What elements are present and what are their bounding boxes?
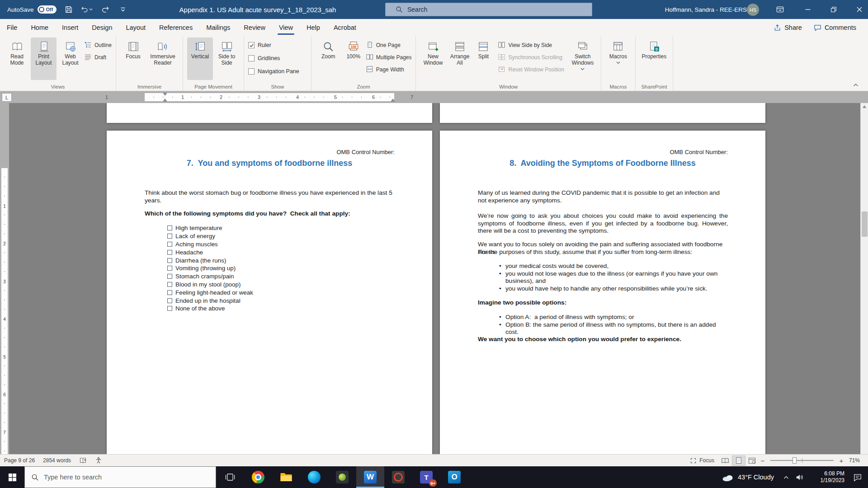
- web-layout-view-button[interactable]: [745, 455, 759, 466]
- zoom-button[interactable]: Zoom: [316, 38, 341, 80]
- multiple-pages-button[interactable]: Multiple Pages: [366, 53, 412, 61]
- save-button[interactable]: [63, 3, 75, 16]
- read-mode-button[interactable]: Read Mode: [4, 38, 30, 80]
- action-center-button[interactable]: [847, 466, 868, 488]
- print-layout-button[interactable]: Print Layout: [31, 38, 57, 80]
- horizontal-ruler[interactable]: 1 1 2 3 4 5 6 7: [0, 91, 868, 103]
- edge-button[interactable]: [300, 466, 328, 488]
- vertical-button[interactable]: Vertical: [187, 38, 213, 80]
- tab-insert[interactable]: Insert: [55, 19, 85, 36]
- tab-view[interactable]: View: [272, 19, 300, 36]
- taskbar-app-button[interactable]: [328, 466, 356, 488]
- previous-page-bottom-right[interactable]: [440, 103, 765, 123]
- ribbon-display-options-button[interactable]: [771, 0, 788, 19]
- tab-design[interactable]: Design: [85, 19, 119, 36]
- outline-button[interactable]: Outline: [84, 41, 112, 49]
- tab-references[interactable]: References: [152, 19, 199, 36]
- checkbox-icon[interactable]: [167, 250, 172, 255]
- switch-windows-button[interactable]: Switch Windows: [569, 38, 597, 80]
- checkbox-icon[interactable]: [167, 258, 172, 263]
- document-page-7[interactable]: OMB Control Number: 7. You and symptoms …: [107, 131, 432, 454]
- checkbox-icon[interactable]: [167, 282, 172, 287]
- checkbox-icon[interactable]: [167, 274, 172, 279]
- close-button[interactable]: [851, 0, 868, 19]
- checkbox-icon[interactable]: [167, 234, 172, 239]
- proofing-errors-button[interactable]: [75, 455, 91, 466]
- chrome-button[interactable]: [244, 466, 272, 488]
- new-window-button[interactable]: New Window: [420, 38, 446, 80]
- side-to-side-button[interactable]: Side to Side: [214, 38, 240, 80]
- customize-quick-access-toolbar-button[interactable]: [117, 3, 129, 16]
- hanging-indent-marker[interactable]: [163, 99, 167, 102]
- vertical-ruler[interactable]: 1 2 3 4 5 6 7: [0, 103, 9, 454]
- tab-review[interactable]: Review: [237, 19, 272, 36]
- zoom-percentage-button[interactable]: 71%: [845, 455, 868, 466]
- undo-button[interactable]: [81, 3, 93, 16]
- navigation-pane-checkbox[interactable]: Navigation Pane: [248, 67, 299, 76]
- properties-button[interactable]: S Properties: [640, 38, 669, 80]
- scrollbar-thumb[interactable]: [862, 211, 868, 237]
- titlebar-search-box[interactable]: Search: [385, 3, 592, 16]
- volume-button[interactable]: [793, 466, 807, 488]
- checkbox-icon[interactable]: [167, 290, 172, 295]
- checkbox-icon[interactable]: [167, 266, 172, 271]
- focus-button[interactable]: Focus: [120, 38, 146, 80]
- ruler-checkbox[interactable]: Ruler: [248, 41, 299, 50]
- checkbox-icon[interactable]: [167, 306, 172, 311]
- checkbox-icon[interactable]: [167, 298, 172, 303]
- task-view-button[interactable]: [216, 466, 244, 488]
- taskbar-search-box[interactable]: Type here to search: [24, 466, 216, 488]
- zoom-slider-thumb[interactable]: [793, 457, 797, 464]
- web-layout-button[interactable]: Web Layout: [57, 38, 83, 80]
- scroll-up-arrow[interactable]: [863, 105, 866, 108]
- checkbox-icon[interactable]: [167, 225, 172, 230]
- tab-mailings[interactable]: Mailings: [199, 19, 237, 36]
- tab-selector[interactable]: L: [2, 93, 12, 102]
- checkbox-icon[interactable]: [167, 242, 172, 247]
- zoom-100-button[interactable]: 100 100%: [342, 38, 365, 80]
- zoom-out-button[interactable]: −: [759, 457, 766, 465]
- immersive-reader-button[interactable]: Immersive Reader: [147, 38, 179, 80]
- share-button[interactable]: Share: [774, 24, 802, 32]
- document-page-8[interactable]: OMB Control Number: 8. Avoiding the Symp…: [440, 131, 765, 454]
- gridlines-checkbox[interactable]: Gridlines: [248, 54, 299, 63]
- account-name[interactable]: Hoffmann, Sandra - REE-ERS: [665, 0, 747, 19]
- comments-button[interactable]: Comments: [814, 24, 856, 32]
- word-count[interactable]: 2854 words: [39, 455, 75, 466]
- vertical-scrollbar[interactable]: [860, 103, 868, 454]
- previous-page-bottom-left[interactable]: [107, 103, 432, 123]
- minimize-button[interactable]: [799, 0, 816, 19]
- read-mode-view-button[interactable]: [718, 455, 732, 466]
- tab-help[interactable]: Help: [300, 19, 327, 36]
- collapse-ribbon-button[interactable]: [850, 81, 862, 89]
- macros-button[interactable]: Macros: [605, 38, 631, 80]
- restore-button[interactable]: [825, 0, 842, 19]
- focus-mode-button[interactable]: Focus: [686, 455, 718, 466]
- view-side-by-side-button[interactable]: View Side by Side: [498, 41, 564, 49]
- tab-file[interactable]: File: [0, 19, 24, 36]
- accessibility-checker-button[interactable]: [91, 455, 106, 466]
- tab-home[interactable]: Home: [24, 19, 55, 36]
- teams-button[interactable]: T 9+: [412, 466, 440, 488]
- right-indent-marker[interactable]: [391, 99, 395, 102]
- clock[interactable]: 6:08 PM 1/19/2023: [808, 470, 844, 484]
- tab-acrobat[interactable]: Acrobat: [327, 19, 363, 36]
- avatar[interactable]: HS: [747, 4, 759, 16]
- file-explorer-button[interactable]: [272, 466, 300, 488]
- outlook-button[interactable]: O: [440, 466, 468, 488]
- first-line-indent-marker[interactable]: [163, 93, 167, 96]
- tab-layout[interactable]: Layout: [119, 19, 152, 36]
- page-indicator[interactable]: Page 9 of 26: [0, 455, 39, 466]
- draft-button[interactable]: Draft: [84, 53, 112, 61]
- zoom-slider[interactable]: [770, 460, 834, 461]
- one-page-button[interactable]: One Page: [366, 41, 412, 49]
- arrange-all-button[interactable]: Arrange All: [447, 38, 472, 80]
- autosave-toggle[interactable]: AutoSave Off: [7, 5, 57, 14]
- acrobat-button[interactable]: [384, 466, 412, 488]
- print-layout-view-button[interactable]: [732, 455, 745, 466]
- split-button[interactable]: Split: [473, 38, 493, 80]
- start-button[interactable]: [0, 466, 24, 488]
- page-width-button[interactable]: Page Width: [366, 65, 412, 74]
- redo-button[interactable]: [99, 3, 111, 16]
- zoom-in-button[interactable]: +: [838, 457, 845, 465]
